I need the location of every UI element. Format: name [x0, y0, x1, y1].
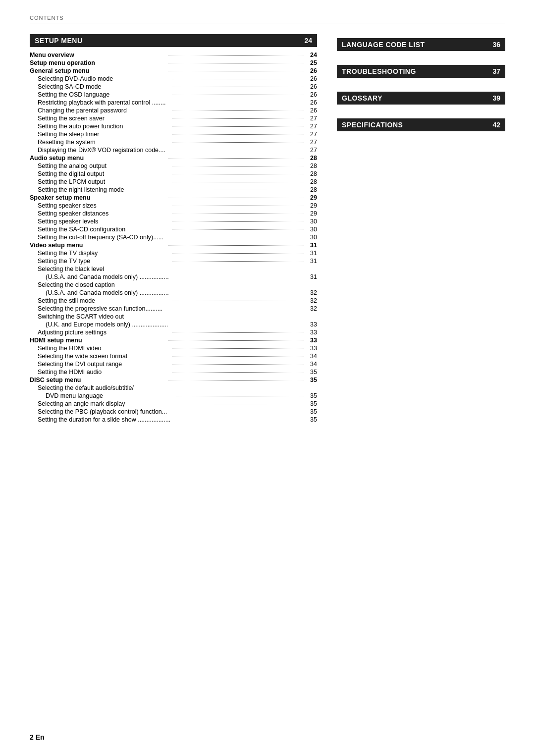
toc-entry-num: 32	[306, 289, 317, 296]
toc-entry-num: 33	[306, 329, 317, 336]
page: CONTENTS SETUP MENU 24 Menu overview24Se…	[0, 0, 535, 756]
right-sections: LANGUAGE CODE LIST36TROUBLESHOOTING37GLO…	[337, 32, 505, 135]
toc-entry-dots	[172, 182, 304, 182]
toc-entry: Selecting the black level	[30, 265, 317, 273]
right-section-header: SPECIFICATIONS42	[337, 118, 505, 131]
toc-entry-dots	[172, 214, 304, 214]
toc-entry: Restricting playback with parental contr…	[30, 99, 317, 107]
toc-entry-num: 27	[306, 139, 317, 146]
toc-entry: Setup menu operation25	[30, 59, 317, 67]
toc-entry: (U.K. and Europe models only) ..........…	[30, 321, 317, 328]
left-column: SETUP MENU 24 Menu overview24Setup menu …	[30, 32, 317, 424]
toc-entry: Video setup menu31	[30, 241, 317, 249]
toc-entry-text: Setting the cut-off frequency (SA-CD onl…	[38, 234, 306, 241]
toc-entry: Setting the duration for a slide show ..…	[30, 416, 317, 424]
toc-entry-num: 28	[306, 178, 317, 185]
toc-entry-text: Setting speaker distances	[38, 210, 170, 217]
toc-entry: Setting the TV display31	[30, 249, 317, 257]
toc-entry-num: 29	[306, 210, 317, 217]
toc-entry-num: 34	[306, 353, 317, 360]
toc-entry-text: Setting speaker levels	[38, 218, 170, 225]
toc-entry: Setting the OSD language26	[30, 91, 317, 99]
toc-entry-text: Setting speaker sizes	[38, 202, 170, 209]
toc-entry-dots	[172, 166, 304, 166]
toc-entry-num: 33	[306, 345, 317, 352]
right-section-title: TROUBLESHOOTING	[342, 67, 492, 75]
toc-entry-text: Setting the OSD language	[38, 91, 170, 98]
setup-menu-title: SETUP MENU	[35, 37, 304, 45]
toc-entry-num: 32	[306, 297, 317, 304]
toc-entry: Setting the cut-off frequency (SA-CD onl…	[30, 233, 317, 241]
page-number: 2 En	[30, 733, 45, 741]
toc-entry-num: 33	[306, 337, 317, 344]
toc-entry: Setting the LPCM output28	[30, 178, 317, 186]
toc-entry-text: Speaker setup menu	[30, 194, 166, 201]
right-section-number: 39	[492, 94, 500, 102]
toc-entry-dots	[172, 206, 304, 206]
toc-entry: Selecting the DVI output range34	[30, 360, 317, 368]
toc-entry-num: 26	[306, 91, 317, 98]
toc-entry-dots	[172, 229, 304, 230]
toc-entry-dots	[172, 110, 304, 111]
toc-entry: Displaying the DivX® VOD registration co…	[30, 146, 317, 154]
toc-entry-num: 34	[306, 361, 317, 368]
toc-entry-num: 30	[306, 234, 317, 241]
toc-entry: Setting the night listening mode28	[30, 186, 317, 194]
toc-entry: DISC setup menu35	[30, 376, 317, 384]
toc-entry-dots	[176, 396, 304, 396]
toc-entry-num: 31	[306, 258, 317, 265]
toc-entry-dots	[168, 63, 304, 63]
toc-entry-num: 29	[306, 202, 317, 209]
toc-entries-left: Menu overview24Setup menu operation25Gen…	[30, 51, 317, 424]
toc-entry: Menu overview24	[30, 51, 317, 59]
toc-entry-text: (U.K. and Europe models only) ..........…	[46, 321, 306, 328]
toc-entry: Resetting the system27	[30, 138, 317, 146]
toc-entry-text: Adjusting picture settings	[38, 329, 170, 336]
toc-entry-num: 35	[306, 408, 317, 415]
toc-entry-num: 35	[306, 400, 317, 407]
toc-entry-dots	[172, 87, 304, 87]
toc-entry-num: 27	[306, 131, 317, 138]
toc-entry-num: 30	[306, 218, 317, 225]
toc-entry-num: 30	[306, 226, 317, 233]
toc-entry-dots	[172, 79, 304, 79]
toc-entry-dots	[168, 340, 304, 341]
toc-entry-text: Setting the still mode	[38, 297, 170, 304]
toc-entry-dots	[172, 134, 304, 135]
toc-entry-text: Setting the night listening mode	[38, 186, 170, 193]
toc-entry: DVD menu language35	[30, 392, 317, 400]
toc-entry: Setting the TV type31	[30, 257, 317, 265]
toc-entry-num: 31	[306, 242, 317, 249]
toc-entry-num: 28	[306, 162, 317, 169]
toc-entry-dots	[172, 372, 304, 373]
right-section-number: 36	[492, 41, 500, 49]
toc-entry-num: 26	[306, 75, 317, 82]
toc-entry-num: 26	[306, 83, 317, 90]
toc-entry-num: 31	[306, 250, 317, 257]
toc-entry-dots	[172, 142, 304, 143]
toc-entry-dots	[172, 364, 304, 365]
content-columns: SETUP MENU 24 Menu overview24Setup menu …	[30, 32, 505, 424]
toc-entry: Changing the parental password26	[30, 107, 317, 114]
toc-entry: Setting the screen saver27	[30, 114, 317, 122]
toc-entry-text: Setting the SA-CD configuration	[38, 226, 170, 233]
toc-entry-text: Selecting SA-CD mode	[38, 83, 170, 90]
toc-entry-text: General setup menu	[30, 67, 166, 74]
toc-entry: Selecting the closed caption	[30, 281, 317, 289]
right-section-header: LANGUAGE CODE LIST36	[337, 38, 505, 51]
right-section-header: GLOSSARY39	[337, 92, 505, 105]
toc-entry-dots	[172, 348, 304, 349]
toc-entry-text: (U.S.A. and Canada models only) ........…	[46, 273, 306, 280]
toc-entry-num: 25	[306, 59, 317, 66]
toc-entry-text: Setting the HDMI audio	[38, 369, 170, 376]
toc-entry: (U.S.A. and Canada models only) ........…	[30, 273, 317, 281]
toc-entry-dots	[172, 174, 304, 174]
toc-entry-text: Setting the duration for a slide show ..…	[38, 416, 306, 423]
toc-entry-text: DVD menu language	[46, 392, 174, 399]
toc-entry-dots	[172, 261, 304, 262]
toc-entry-text: Selecting the DVI output range	[38, 361, 170, 368]
toc-entry: Setting the HDMI video33	[30, 344, 317, 352]
toc-entry-dots	[172, 221, 304, 222]
toc-entry-dots	[168, 71, 304, 71]
toc-entry: Selecting the default audio/subtitle/	[30, 384, 317, 392]
